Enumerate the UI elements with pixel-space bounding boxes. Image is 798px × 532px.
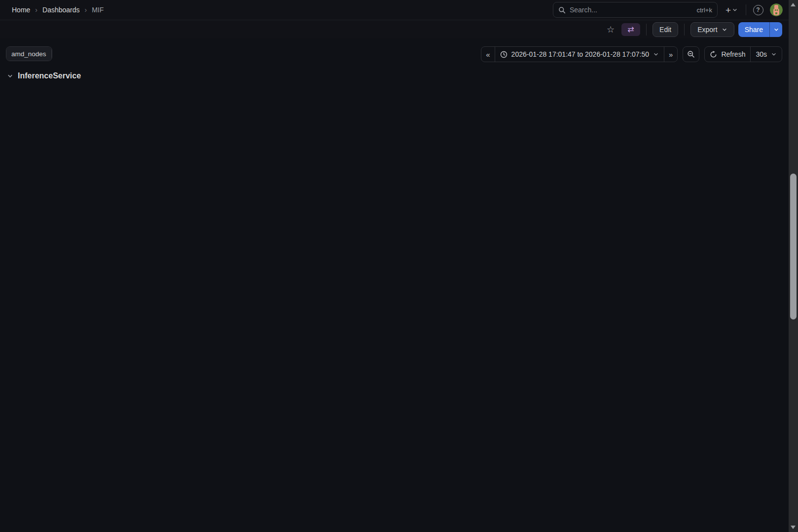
refresh-interval-button[interactable]: 30s	[750, 47, 782, 62]
plus-icon: +	[725, 5, 731, 15]
time-shift-back-button[interactable]: «	[481, 47, 494, 62]
refresh-picker: Refresh 30s	[704, 46, 782, 62]
top-nav: Home›Dashboards›MIF ctrl+k + ?	[0, 0, 789, 20]
chevron-down-icon	[653, 51, 659, 57]
variable-filters: amd_nodes	[6, 46, 52, 61]
chevron-down-icon	[773, 27, 779, 33]
grafana-page: Home›Dashboards›MIF ctrl+k + ?	[0, 0, 789, 532]
swap-arrows-icon: ⇄	[627, 25, 634, 34]
page-scrollbar[interactable]	[789, 0, 798, 532]
search-input[interactable]	[570, 6, 693, 14]
search-shortcut: ctrl+k	[696, 6, 712, 14]
chevrons-right-icon: »	[669, 50, 673, 59]
chevrons-left-icon: «	[486, 50, 490, 59]
clock-icon	[500, 51, 508, 58]
filter-label-amd_nodes[interactable]: amd_nodes	[6, 47, 52, 61]
help-icon: ?	[753, 5, 763, 15]
breadcrumb-separator-icon: ›	[85, 6, 87, 14]
breadcrumb-item-mif: MIF	[92, 6, 104, 14]
row-header-inferenceservice[interactable]: InferenceService	[7, 70, 789, 82]
refresh-interval: 30s	[756, 50, 767, 58]
toolbar-divider	[684, 24, 685, 35]
chevron-down-icon	[732, 7, 738, 13]
refresh-label: Refresh	[721, 50, 745, 58]
time-controls: « 2026-01-28 17:01:47 to 2026-01-28 17:0…	[481, 46, 782, 62]
export-button[interactable]: Export	[690, 22, 734, 37]
share-button-group: Share	[738, 22, 782, 37]
share-menu-button[interactable]	[769, 22, 782, 37]
time-range-text: 2026-01-28 17:01:47 to 2026-01-28 17:07:…	[511, 50, 649, 58]
new-button[interactable]: +	[723, 2, 741, 17]
filter-amd_nodes: amd_nodes	[6, 46, 52, 61]
star-button[interactable]: ☆	[604, 22, 617, 37]
scrollbar-thumb[interactable]	[790, 174, 797, 319]
nav-right: ctrl+k + ?	[553, 2, 783, 18]
breadcrumb-separator-icon: ›	[35, 6, 37, 14]
chevron-down-icon	[771, 51, 777, 57]
help-button[interactable]: ?	[751, 2, 765, 17]
edit-button[interactable]: Edit	[653, 22, 678, 37]
refresh-icon	[710, 51, 717, 58]
edit-label: Edit	[659, 26, 671, 34]
chevron-down-icon	[722, 27, 727, 33]
star-icon: ☆	[607, 24, 615, 35]
compare-toggle-button[interactable]: ⇄	[621, 23, 640, 36]
share-button[interactable]: Share	[738, 22, 769, 37]
row-title: InferenceService	[18, 71, 81, 80]
nav-divider	[746, 4, 746, 15]
time-range-button[interactable]: 2026-01-28 17:01:47 to 2026-01-28 17:07:…	[495, 47, 664, 62]
breadcrumb-item-dashboards[interactable]: Dashboards	[42, 6, 80, 14]
avatar[interactable]	[770, 3, 783, 16]
time-shift-forward-button[interactable]: »	[664, 47, 677, 62]
breadcrumb: Home›Dashboards›MIF	[12, 6, 104, 14]
search-box[interactable]: ctrl+k	[553, 2, 718, 18]
chevron-down-icon	[7, 73, 13, 79]
scroll-down-arrow-icon[interactable]	[791, 526, 796, 529]
dashboard-toolbar: ☆ ⇄ Edit Export Share	[0, 20, 789, 38]
zoom-out-button[interactable]	[683, 46, 699, 62]
search-icon	[558, 6, 566, 14]
breadcrumb-item-home[interactable]: Home	[12, 6, 30, 14]
zoom-out-icon	[687, 50, 695, 58]
dashboard-controls: amd_nodes « 2026-01-28 17:01:47 to 2026-…	[0, 38, 789, 62]
time-range-picker: « 2026-01-28 17:01:47 to 2026-01-28 17:0…	[481, 46, 678, 62]
refresh-button[interactable]: Refresh	[705, 47, 750, 62]
export-label: Export	[697, 26, 717, 34]
share-label: Share	[745, 26, 763, 34]
toolbar-divider	[646, 24, 647, 35]
scroll-up-arrow-icon[interactable]	[791, 3, 796, 6]
